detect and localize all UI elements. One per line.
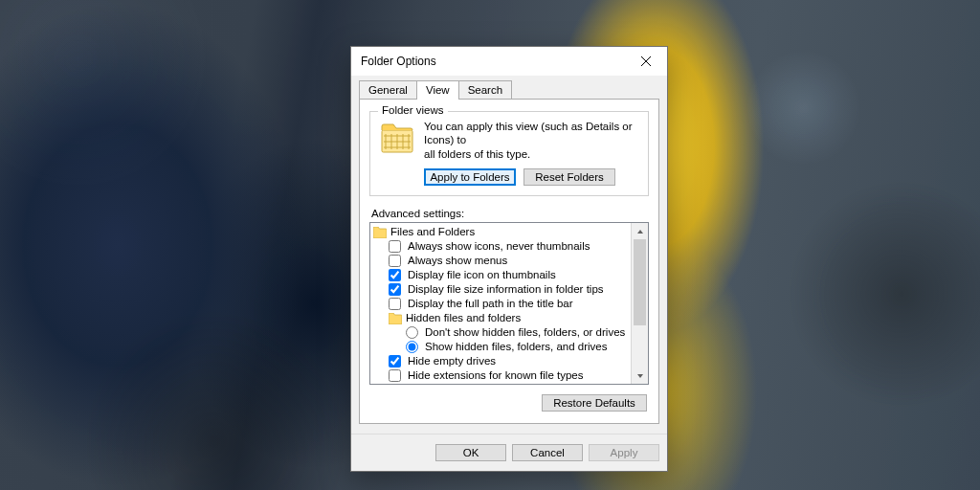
- tree-item[interactable]: Display file size information in folder …: [373, 282, 631, 297]
- folder-options-dialog: Folder Options General View Search Folde…: [350, 46, 668, 472]
- tree-subgroup-label: Hidden files and folders: [406, 311, 521, 325]
- chevron-down-icon: [636, 372, 644, 380]
- folder-views-text-2: all folders of this type.: [424, 147, 640, 161]
- tree-item[interactable]: Hide empty drives: [373, 354, 631, 368]
- checkbox[interactable]: [389, 283, 401, 296]
- ok-button[interactable]: OK: [435, 444, 506, 461]
- close-icon: [641, 56, 651, 66]
- scroll-up-button[interactable]: [632, 223, 648, 239]
- folder-views-legend: Folder views: [378, 104, 448, 116]
- reset-folders-button[interactable]: Reset Folders: [523, 168, 615, 186]
- chevron-up-icon: [636, 228, 644, 235]
- tree-subgroup[interactable]: Hidden files and folders: [373, 311, 631, 325]
- tab-panel-view: Folder views You ca: [359, 99, 659, 424]
- tab-general[interactable]: General: [359, 80, 417, 99]
- checkbox[interactable]: [389, 355, 401, 368]
- client-area: General View Search Folder views: [351, 76, 667, 434]
- apply-button[interactable]: Apply: [589, 444, 659, 461]
- apply-to-folders-button[interactable]: Apply to Folders: [424, 168, 516, 186]
- tree-radio-item[interactable]: Don't show hidden files, folders, or dri…: [373, 325, 631, 340]
- tree-radio-item[interactable]: Show hidden files, folders, and drives: [373, 340, 631, 354]
- folder-icon: [389, 313, 402, 324]
- advanced-settings-tree[interactable]: Files and Folders Always show icons, nev…: [370, 223, 631, 384]
- radio[interactable]: [406, 341, 418, 353]
- dialog-footer: OK Cancel Apply: [351, 434, 667, 471]
- tree-item[interactable]: Display file icon on thumbnails: [373, 268, 631, 282]
- checkbox[interactable]: [389, 298, 401, 310]
- folder-icon: [373, 227, 387, 238]
- tree-item[interactable]: Hide extensions for known file types: [373, 368, 631, 383]
- tab-view[interactable]: View: [416, 80, 459, 100]
- folder-views-group: Folder views You ca: [369, 111, 649, 196]
- scroll-down-button[interactable]: [632, 368, 648, 384]
- tree-item[interactable]: Hide folder merge conflicts: [373, 383, 631, 384]
- tab-search[interactable]: Search: [458, 80, 512, 99]
- tree-item[interactable]: Always show icons, never thumbnails: [373, 239, 631, 254]
- titlebar[interactable]: Folder Options: [351, 47, 667, 76]
- folder-views-text-1: You can apply this view (such as Details…: [424, 120, 640, 147]
- checkbox[interactable]: [389, 240, 401, 253]
- checkbox[interactable]: [389, 269, 401, 281]
- window-title: Folder Options: [361, 55, 624, 68]
- restore-defaults-button[interactable]: Restore Defaults: [542, 394, 647, 412]
- checkbox[interactable]: [389, 255, 401, 267]
- tree-root-label: Files and Folders: [390, 225, 475, 239]
- folder-views-icon: [380, 122, 414, 156]
- advanced-settings-box: Files and Folders Always show icons, nev…: [369, 222, 649, 385]
- checkbox[interactable]: [389, 369, 401, 382]
- tree-root[interactable]: Files and Folders: [373, 225, 631, 239]
- close-button[interactable]: [624, 47, 667, 76]
- tree-item[interactable]: Display the full path in the title bar: [373, 297, 631, 311]
- cancel-button[interactable]: Cancel: [512, 444, 583, 461]
- tab-strip: General View Search: [359, 80, 659, 99]
- scroll-thumb[interactable]: [634, 239, 646, 325]
- radio[interactable]: [406, 326, 418, 339]
- advanced-settings-label: Advanced settings:: [371, 208, 647, 219]
- tree-item[interactable]: Always show menus: [373, 254, 631, 268]
- scroll-track[interactable]: [632, 239, 648, 368]
- scrollbar[interactable]: [631, 223, 648, 384]
